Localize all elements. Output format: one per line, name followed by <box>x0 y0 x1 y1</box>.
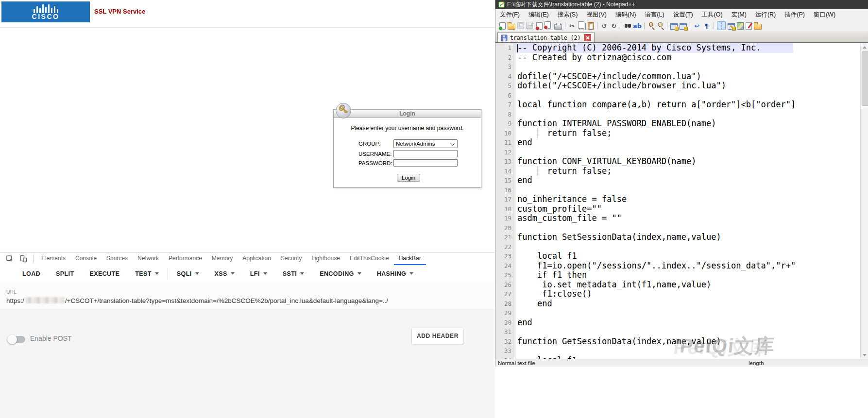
edit-marker-icon[interactable] <box>746 22 752 30</box>
devtools-tab-console[interactable]: Console <box>70 252 102 265</box>
menubar-item-4[interactable]: 视图(V) <box>582 9 611 20</box>
hackbar-menu-hashing[interactable]: HASHING <box>369 270 421 277</box>
devtools-tab-lighthouse[interactable]: Lighthouse <box>306 252 345 265</box>
word-wrap-icon[interactable]: ↩ <box>693 22 701 30</box>
devtools-tab-hackbar[interactable]: HackBar <box>394 252 426 265</box>
hackbar-menu-load[interactable]: LOAD <box>15 270 48 277</box>
menubar-item-7[interactable]: 设置(T) <box>669 9 698 20</box>
code-line <box>517 185 795 195</box>
toolbar-divider <box>33 255 34 263</box>
devtools-tab-security[interactable]: Security <box>276 252 306 265</box>
hackbar-menu-sqli[interactable]: SQLI <box>169 270 207 277</box>
inspect-element-icon[interactable] <box>6 252 14 265</box>
password-input[interactable] <box>393 159 458 167</box>
paste-icon[interactable] <box>588 22 594 30</box>
close-all-icon[interactable] <box>545 21 551 29</box>
new-file-icon[interactable] <box>499 22 506 30</box>
code-line: local function compare(a,b) return a["or… <box>517 100 795 110</box>
hackbar-menu-label: HASHING <box>377 270 406 277</box>
print-icon[interactable] <box>554 24 562 30</box>
url-input[interactable]: https://+CSCOT+/translation-table?type=m… <box>6 297 388 304</box>
enable-post-toggle[interactable] <box>10 336 25 343</box>
scroll-down-arrow[interactable] <box>861 351 868 358</box>
code-line: io.set_metadata_int(f1,name,value) <box>517 280 795 290</box>
find-icon[interactable] <box>624 22 631 29</box>
redo-icon[interactable]: ↻ <box>610 22 618 30</box>
line-number: 17 <box>495 195 515 204</box>
login-dialog-titlebar[interactable]: Login <box>334 110 481 118</box>
folder-panel-icon[interactable] <box>754 24 762 30</box>
sync-horizontal-scroll-icon[interactable] <box>680 23 687 30</box>
hackbar-menu-lfi[interactable]: LFI <box>242 270 275 277</box>
undo-icon[interactable]: ↺ <box>600 22 608 30</box>
function-list-icon[interactable]: ϟ <box>728 23 735 30</box>
username-input[interactable] <box>393 150 458 157</box>
line-number: 4 <box>495 72 515 82</box>
device-toolbar-icon[interactable] <box>19 252 27 265</box>
close-file-icon[interactable] <box>536 22 543 30</box>
sync-vertical-scroll-icon[interactable] <box>670 23 678 30</box>
notepad-titlebar[interactable]: E:\临时下载文件\translation-table (2) - Notepa… <box>495 0 868 9</box>
menubar-item-12[interactable]: 窗口(W) <box>809 9 840 20</box>
save-icon[interactable] <box>517 22 524 29</box>
devtools-tab-application[interactable]: Application <box>238 252 276 265</box>
dropdown-caret-icon <box>155 272 159 275</box>
indent-guide-icon[interactable]: ┆ <box>717 21 726 30</box>
replace-icon[interactable]: ab <box>633 22 641 30</box>
menubar-item-5[interactable]: 编码(N) <box>611 9 640 20</box>
document-map-icon[interactable] <box>737 22 744 30</box>
menubar-item-11[interactable]: 插件(P) <box>780 9 809 20</box>
group-select[interactable]: NetworkAdmins <box>393 139 458 148</box>
cisco-logo-bars <box>32 4 60 14</box>
login-button[interactable]: Login <box>397 174 420 182</box>
add-header-button[interactable]: ADD HEADER <box>412 328 463 344</box>
notepad-toolbar: ✂↺↻ab+−↩¶┆ϟ <box>495 20 868 31</box>
code-line: return false; <box>517 129 795 138</box>
hackbar-menu-xss[interactable]: XSS <box>207 270 242 277</box>
line-number: 27 <box>495 289 515 299</box>
editor-area[interactable]: 1234567891011121314151617181920212223242… <box>495 43 868 359</box>
file-tab[interactable]: translation-table (2) <box>497 32 595 43</box>
devtools-tab-sources[interactable]: Sources <box>102 252 133 265</box>
show-all-characters-icon[interactable]: ¶ <box>703 22 711 30</box>
devtools-tab-performance[interactable]: Performance <box>164 252 207 265</box>
code-line: function GetSessionData(index,name,value… <box>517 337 795 347</box>
copy-icon[interactable] <box>578 21 584 29</box>
menubar-item-1[interactable]: 文件(F) <box>495 9 524 20</box>
line-number: 2 <box>495 53 515 63</box>
hackbar-menu-ssti[interactable]: SSTI <box>275 270 312 277</box>
notepad-tabbar: translation-table (2) <box>495 31 868 42</box>
tab-close-icon[interactable] <box>584 34 591 41</box>
menubar-item-9[interactable]: 宏(M) <box>727 9 751 20</box>
hackbar-menu-split[interactable]: SPLIT <box>48 270 82 277</box>
menubar-item-6[interactable]: 语言(L) <box>640 9 668 20</box>
notepad-menubar: 文件(F)编辑(E)搜索(S)视图(V)编码(N)语言(L)设置(T)工具(O)… <box>495 9 868 20</box>
devtools-tab-elements[interactable]: Elements <box>36 252 70 265</box>
scrollbar-thumb[interactable] <box>862 51 868 106</box>
devtools-tab-memory[interactable]: Memory <box>207 252 238 265</box>
menubar-item-2[interactable]: 编辑(E) <box>524 9 553 20</box>
length-status: length <box>749 360 764 366</box>
scroll-up-arrow[interactable] <box>861 44 868 50</box>
open-file-icon[interactable] <box>508 24 515 30</box>
zoom-in-icon[interactable]: + <box>647 21 655 31</box>
code-line: dofile("/+CSCOE+/include/common.lua") <box>517 72 795 82</box>
code-line: custom_profile="" <box>517 204 795 214</box>
hackbar-menu-encoding[interactable]: ENCODING <box>312 270 369 277</box>
hackbar-menu-execute[interactable]: EXECUTE <box>82 270 127 277</box>
code-line: end <box>517 176 795 185</box>
save-all-icon[interactable] <box>526 22 533 29</box>
cut-icon[interactable]: ✂ <box>568 22 576 30</box>
code-line: no_inheritance = false <box>517 195 795 204</box>
editor-scrollbar[interactable] <box>860 43 868 359</box>
zoom-out-icon[interactable]: − <box>657 21 664 31</box>
menubar-item-3[interactable]: 搜索(S) <box>553 9 582 20</box>
devtools-tab-editthiscookie[interactable]: EditThisCookie <box>345 252 394 265</box>
code-line: return false; <box>517 167 795 176</box>
line-number: 11 <box>495 138 515 148</box>
menubar-item-8[interactable]: 工具(O) <box>698 9 727 20</box>
menubar-item-10[interactable]: 运行(R) <box>751 9 780 20</box>
devtools-tab-network[interactable]: Network <box>133 252 164 265</box>
line-number: 23 <box>495 251 515 261</box>
hackbar-menu-test[interactable]: TEST <box>127 270 167 277</box>
